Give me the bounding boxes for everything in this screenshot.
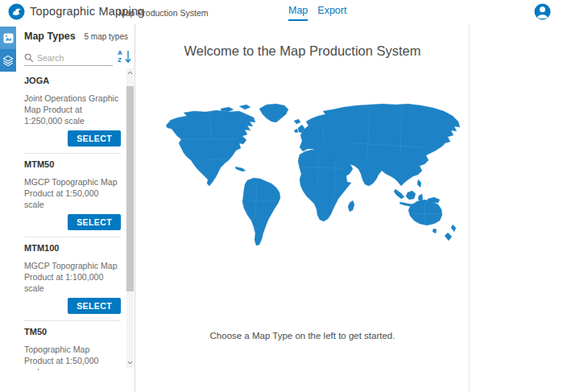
map-types-panel: Map Types 5 map types A Z JOGA Joint Ope… — [16, 24, 135, 392]
rail-map-image-icon[interactable] — [0, 27, 16, 49]
rail-layers-icon[interactable] — [0, 49, 16, 72]
map-type-name: MTM50 — [24, 159, 121, 169]
map-type-item: MTM50 MGCP Topographic Map Product at 1:… — [24, 154, 121, 237]
select-button[interactable]: SELECT — [68, 214, 121, 230]
panel-title: Map Types — [24, 31, 76, 42]
map-type-description: MGCP Topographic Map Product at 1:50,000… — [24, 176, 120, 210]
left-icon-rail — [0, 24, 16, 392]
tab-map[interactable]: Map — [288, 5, 308, 21]
scroll-down-icon[interactable] — [127, 360, 133, 365]
map-type-description: Joint Operations Graphic Map Product at … — [24, 93, 120, 126]
instruction-text: Choose a Map Type on the left to get sta… — [136, 331, 469, 340]
app-logo-icon — [8, 3, 25, 20]
welcome-panel: Welcome to the Map Production System — [136, 24, 470, 392]
map-type-name: MTM100 — [24, 243, 121, 253]
select-button[interactable]: SELECT — [68, 130, 121, 146]
search-field — [24, 50, 113, 66]
world-map-image — [160, 100, 466, 253]
search-icon — [24, 53, 34, 63]
welcome-title: Welcome to the Map Production System — [136, 43, 469, 59]
map-type-item: TM50 Topographic Map Product at 1:50,000… — [24, 321, 121, 370]
app-header: Topographic Mapping Map Production Syste… — [0, 0, 563, 24]
scroll-up-icon[interactable] — [127, 70, 133, 76]
map-type-name: JOGA — [24, 76, 121, 85]
map-type-description: MGCP Topographic Map Product at 1:100,00… — [24, 260, 120, 294]
user-avatar-icon[interactable] — [534, 3, 551, 20]
top-tabs: Map Export — [288, 5, 346, 21]
app-subtitle: Map Production System — [118, 8, 208, 18]
map-type-description: Topographic Map Product at 1:50,000 scal… — [24, 344, 120, 370]
app-window: Topographic Mapping Map Production Syste… — [0, 0, 563, 392]
sort-az-icon[interactable]: A Z — [117, 48, 133, 66]
map-type-name: TM50 — [24, 327, 121, 336]
tab-export[interactable]: Export — [317, 5, 346, 21]
select-button[interactable]: SELECT — [68, 298, 121, 314]
map-type-item: MTM100 MGCP Topographic Map Product at 1… — [24, 237, 121, 321]
search-input[interactable] — [37, 53, 110, 63]
scrollbar-thumb[interactable] — [126, 86, 134, 291]
map-type-list: JOGA Joint Operations Graphic Map Produc… — [24, 68, 121, 370]
map-type-item: JOGA Joint Operations Graphic Map Produc… — [24, 68, 121, 154]
sidebar-scrollbar[interactable] — [126, 68, 134, 368]
map-type-count: 5 map types — [85, 32, 128, 41]
